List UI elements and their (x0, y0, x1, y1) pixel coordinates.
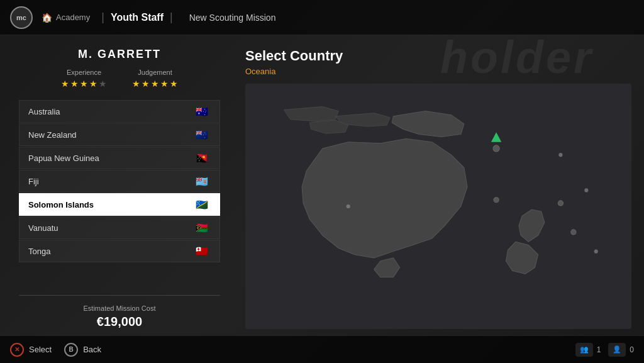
star-1: ★ (61, 79, 69, 89)
scout-name: M. GARRETT (19, 48, 220, 61)
jstar-1: ★ (132, 79, 140, 89)
country-flag: 🇵🇬 (193, 152, 211, 164)
right-panel: Select Country Oceania (233, 35, 644, 335)
x-button-icon: ✕ (10, 343, 24, 357)
back-button[interactable]: B Back (64, 343, 101, 357)
new-scouting-mission-label[interactable]: New Scouting Mission (189, 13, 276, 23)
stats-row: Experience ★ ★ ★ ★ ★ Judgement ★ ★ ★ ★ ★ (19, 69, 220, 89)
mission-cost: Estimated Mission Cost €19,000 (19, 295, 220, 329)
b-button-icon: B (64, 343, 78, 357)
country-name: Fiji (28, 177, 39, 186)
nav-divider: | (101, 11, 104, 24)
jstar-3: ★ (151, 79, 159, 89)
country-flag: 🇹🇴 (193, 245, 211, 257)
judgement-block: Judgement ★ ★ ★ ★ ★ (132, 69, 178, 89)
jstar-4: ★ (160, 79, 169, 89)
experience-label: Experience (61, 69, 107, 76)
star-4: ★ (89, 79, 97, 89)
nav-academy[interactable]: 🏠 Academy (42, 13, 90, 23)
country-list: Australia🇦🇺New Zealand🇳🇿Papua New Guinea… (19, 100, 220, 285)
staff-group: 👤 0 (608, 343, 634, 357)
country-name: Solomon Islands (28, 200, 94, 209)
map-region: Oceania (245, 67, 631, 76)
cost-value: €19,000 (19, 315, 220, 329)
svg-point-7 (584, 188, 588, 192)
nav-divider-2: | (170, 11, 173, 24)
select-label: Select (29, 345, 52, 354)
map-title: Select Country (245, 48, 631, 64)
svg-point-6 (558, 153, 562, 157)
country-item[interactable]: Vanuatu🇻🇺 (19, 216, 220, 239)
cost-label: Estimated Mission Cost (19, 304, 220, 312)
footer-left: ✕ Select B Back (10, 343, 101, 357)
academy-icon: 🏠 (42, 13, 52, 23)
country-flag: 🇫🇯 (193, 176, 211, 187)
country-name: Vanuatu (28, 223, 58, 233)
main-content: M. GARRETT Experience ★ ★ ★ ★ ★ Judgemen… (0, 35, 644, 335)
academy-label: Academy (56, 13, 90, 22)
country-flag: 🇸🇧 (193, 199, 211, 210)
jstar-2: ★ (142, 79, 150, 89)
map-svg (245, 84, 631, 329)
svg-point-0 (493, 145, 499, 152)
logo[interactable]: mc (10, 6, 33, 29)
judgement-stars: ★ ★ ★ ★ ★ (132, 79, 178, 89)
country-flag: 🇦🇺 (193, 106, 211, 117)
country-name: Australia (28, 107, 60, 116)
star-3: ★ (80, 79, 88, 89)
country-item[interactable]: Papua New Guinea🇵🇬 (19, 147, 220, 169)
country-item[interactable]: Solomon Islands🇸🇧 (19, 193, 220, 216)
country-flag: 🇻🇺 (193, 222, 211, 233)
header: mc 🏠 Academy | Youth Staff | New Scoutin… (0, 0, 644, 35)
country-item[interactable]: Fiji🇫🇯 (19, 170, 220, 193)
players-icon: 👥 (575, 343, 593, 357)
svg-point-5 (347, 204, 350, 208)
footer-right: 👥 1 👤 0 (575, 343, 634, 357)
experience-stars: ★ ★ ★ ★ ★ (61, 79, 107, 89)
players-count: 1 (597, 345, 601, 354)
country-name: Papua New Guinea (28, 154, 99, 163)
svg-point-1 (558, 201, 563, 206)
svg-point-2 (494, 198, 499, 203)
footer: ✕ Select B Back 👥 1 👤 0 (0, 335, 644, 363)
staff-icon: 👤 (608, 343, 626, 357)
map-container (245, 84, 631, 329)
youth-staff-label: Youth Staff (111, 12, 164, 23)
country-name: New Zealand (28, 130, 77, 140)
svg-point-3 (571, 230, 576, 235)
judgement-label: Judgement (132, 69, 178, 76)
experience-block: Experience ★ ★ ★ ★ ★ (61, 69, 107, 89)
country-item[interactable]: Tonga🇹🇴 (19, 240, 220, 262)
country-flag: 🇳🇿 (193, 129, 211, 140)
star-2: ★ (70, 79, 79, 89)
staff-count: 0 (630, 345, 634, 354)
back-label: Back (83, 345, 101, 354)
svg-point-8 (594, 250, 598, 254)
country-name: Tonga (28, 247, 50, 256)
select-button[interactable]: ✕ Select (10, 343, 52, 357)
svg-marker-4 (491, 132, 501, 142)
country-item[interactable]: Australia🇦🇺 (19, 100, 220, 123)
players-group: 👥 1 (575, 343, 601, 357)
star-5: ★ (99, 79, 107, 89)
jstar-5: ★ (170, 79, 178, 89)
left-panel: M. GARRETT Experience ★ ★ ★ ★ ★ Judgemen… (0, 35, 233, 335)
country-item[interactable]: New Zealand🇳🇿 (19, 123, 220, 146)
